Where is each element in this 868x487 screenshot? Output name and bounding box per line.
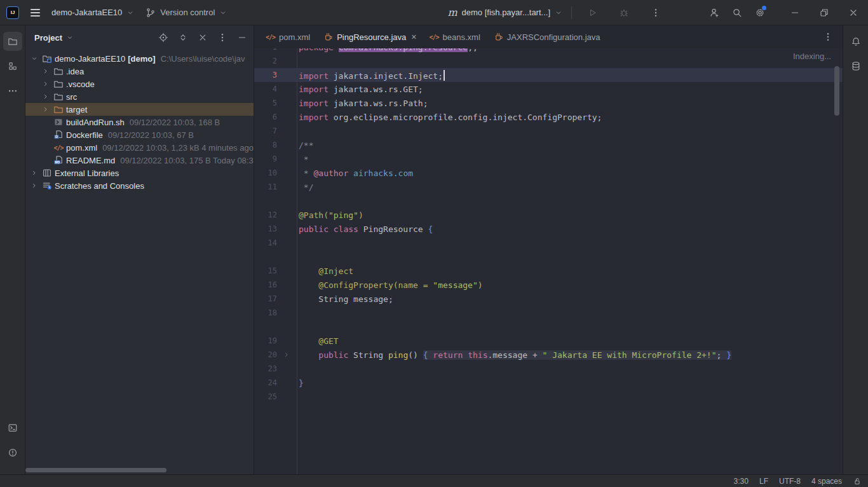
- tool-terminal-button[interactable]: [3, 418, 22, 437]
- tree-item-idea[interactable]: .idea: [25, 65, 254, 78]
- code-line-1: 1package com.airhacks.ping.resource;;: [254, 48, 843, 54]
- indent-style[interactable]: 4 spaces: [811, 477, 842, 486]
- line-number: 25: [254, 392, 277, 401]
- debug-button[interactable]: [613, 0, 635, 25]
- bell-icon: [851, 36, 861, 46]
- code-line-14: 14: [254, 236, 843, 250]
- tree-item-external-libraries[interactable]: External Libraries: [25, 167, 254, 179]
- tree-item-readme-md[interactable]: MDREADME.md09/12/2022 10:03, 175 B Today…: [25, 154, 254, 167]
- tree-item-dockerfile[interactable]: DDockerfile09/12/2022 10:03, 67 B: [25, 128, 254, 141]
- tool-project-button[interactable]: [3, 32, 22, 51]
- line-number: 15: [254, 266, 277, 275]
- chevron-right-icon[interactable]: [39, 93, 52, 100]
- tab-beans-xml[interactable]: </>beans.xml: [423, 25, 487, 48]
- code-line-9: 9 *: [254, 152, 843, 166]
- user-plus-icon: [709, 8, 719, 18]
- code-text[interactable]: import jakarta.ws.rs.Path;: [296, 99, 428, 108]
- code-text[interactable]: }: [296, 378, 304, 388]
- tree-item-pom-xml[interactable]: </>pom.xml09/12/2022 10:03, 1,23 kB 4 mi…: [25, 141, 254, 154]
- titlebar-right: [703, 0, 868, 25]
- code-text[interactable]: package com.airhacks.ping.resource;;: [296, 48, 478, 52]
- code-text[interactable]: @Path("ping"): [296, 210, 363, 220]
- readonly-toggle[interactable]: [853, 477, 862, 486]
- tree-item-demo-jakartaee10[interactable]: demo-JakartaEE10[demo]C:\Users\luise\cod…: [25, 52, 254, 65]
- fold-icon[interactable]: [277, 351, 296, 359]
- tree-item-buildandrun-sh[interactable]: buildAndRun.sh09/12/2022 10:03, 168 B: [25, 116, 254, 128]
- restore-icon: [819, 8, 829, 18]
- tree-item-label: Dockerfile: [66, 130, 103, 140]
- hide-icon: [237, 32, 247, 43]
- version-control-menu[interactable]: Version control: [146, 8, 227, 18]
- project-view-selector[interactable]: Project: [34, 33, 74, 43]
- code-text[interactable]: /**: [296, 141, 313, 150]
- chevron-down-icon[interactable]: [28, 55, 41, 62]
- collapse-all-button[interactable]: [198, 32, 208, 43]
- tree-item-label-bold: [demo]: [128, 54, 155, 64]
- file-encoding[interactable]: UTF-8: [779, 477, 801, 486]
- line-separator[interactable]: LF: [759, 477, 768, 486]
- tree-item-vscode[interactable]: .vscode: [25, 78, 254, 90]
- tool-problems-button[interactable]: [3, 443, 22, 462]
- notifications-button[interactable]: [846, 32, 865, 51]
- code-line-20: 20 public String ping() { return this.me…: [254, 348, 843, 362]
- chevron-right-icon[interactable]: [39, 106, 52, 113]
- folder-icon: [8, 36, 18, 46]
- expand-all-button[interactable]: [178, 32, 188, 43]
- chevron-right-icon[interactable]: [39, 80, 52, 88]
- code-text[interactable]: String message;: [296, 294, 393, 304]
- chevron-right-icon[interactable]: [28, 169, 41, 177]
- code-text[interactable]: import jakarta.ws.rs.GET;: [296, 85, 423, 94]
- project-selector[interactable]: demo-JakartaEE10: [51, 8, 134, 17]
- code-text[interactable]: public String ping() { return this.messa…: [296, 350, 731, 360]
- code-with-me-button[interactable]: [703, 0, 726, 25]
- run-button[interactable]: [581, 0, 604, 25]
- restore-button[interactable]: [810, 0, 839, 25]
- code-line-10: 10 * @author airhacks.com: [254, 166, 843, 180]
- more-run-actions-button[interactable]: [644, 0, 667, 25]
- main-menu-button[interactable]: [31, 9, 40, 17]
- run-configuration-selector[interactable]: mdemo [fish.payar...tart...]: [447, 8, 562, 18]
- caret-position[interactable]: 3:30: [734, 477, 749, 486]
- hide-panel-button[interactable]: [237, 32, 247, 43]
- locate-file-button[interactable]: [158, 32, 168, 43]
- tab-jaxrsconfiguration-java[interactable]: JAXRSConfiguration.java: [487, 25, 607, 48]
- tab-pom-xml[interactable]: </>pom.xml: [259, 25, 316, 48]
- database-button[interactable]: [846, 57, 865, 76]
- scrollbar-thumb[interactable]: [25, 468, 166, 472]
- code-text[interactable]: * @author airhacks.com: [296, 168, 413, 178]
- tree-item-target[interactable]: target: [25, 103, 254, 116]
- scrollbar-thumb[interactable]: [834, 66, 839, 116]
- code-text[interactable]: */: [296, 182, 313, 192]
- tree-item-scratches-and-consoles[interactable]: Scratches and Consoles: [25, 179, 254, 192]
- tool-structure-button[interactable]: [3, 57, 22, 76]
- tab-pingresource-java[interactable]: PingResource.java×: [316, 25, 423, 48]
- divider: [571, 6, 572, 19]
- settings-button[interactable]: [749, 0, 771, 25]
- chevron-down-icon: [66, 34, 74, 41]
- folder-icon: [52, 79, 65, 89]
- code-text[interactable]: import org.eclipse.microprofile.config.i…: [296, 113, 602, 122]
- tool-more-button[interactable]: [3, 81, 22, 100]
- line-number: 23: [254, 364, 277, 373]
- close-icon: [848, 8, 858, 18]
- code-text[interactable]: *: [296, 154, 309, 164]
- code-text[interactable]: import jakarta.inject.Inject;: [296, 70, 445, 81]
- chevron-right-icon[interactable]: [28, 182, 41, 189]
- java-class-icon: [493, 32, 503, 42]
- chevron-right-icon[interactable]: [39, 67, 52, 75]
- chevron-down-icon: [126, 9, 134, 17]
- close-icon[interactable]: ×: [411, 32, 416, 41]
- panel-options-button[interactable]: [217, 32, 227, 43]
- code-text[interactable]: @Inject: [296, 266, 353, 276]
- editor-options-button[interactable]: [818, 32, 837, 42]
- close-button[interactable]: [839, 0, 868, 25]
- tree-item-src[interactable]: src: [25, 90, 254, 103]
- code-text[interactable]: @ConfigProperty(name = "message"): [296, 280, 483, 290]
- search-everywhere-button[interactable]: [726, 0, 749, 25]
- code-line-inlay: [254, 320, 843, 334]
- minimize-button[interactable]: [780, 0, 810, 25]
- code-text[interactable]: public class PingResource {: [296, 224, 433, 234]
- hamburger-icon: [31, 9, 40, 17]
- code-text[interactable]: @GET: [296, 336, 339, 346]
- tree-item-label: README.md: [66, 156, 115, 165]
